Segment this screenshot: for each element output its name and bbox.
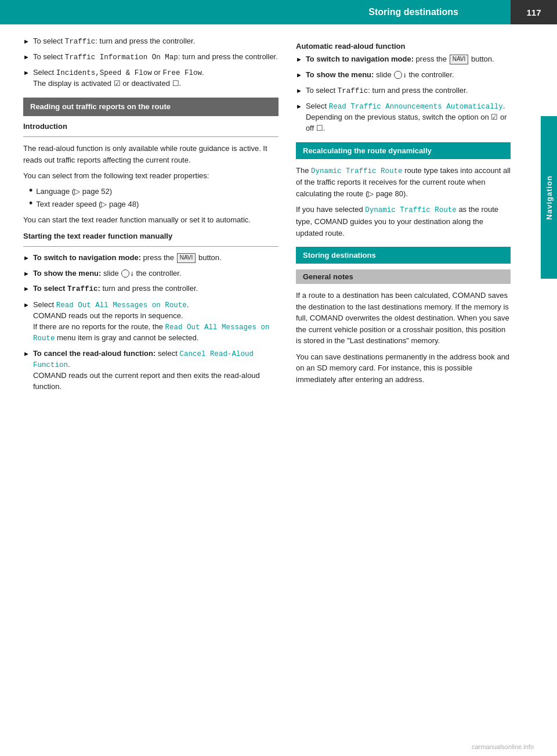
dot-item-language: • Language (▷ page 52) bbox=[29, 186, 278, 197]
arrow-icon: ► bbox=[296, 87, 302, 96]
divider bbox=[23, 136, 278, 137]
watermark: carmanualsonline.info bbox=[472, 743, 534, 750]
general-para2: You can save destinations permanently in… bbox=[296, 351, 511, 386]
arrow-icon: ► bbox=[296, 102, 302, 134]
header-bar: Storing destinations 117 bbox=[0, 0, 557, 24]
manual-bullet-read-out: ► Select Read Out All Messages on Route.… bbox=[23, 300, 278, 344]
arrow-icon: ► bbox=[23, 301, 30, 344]
dot-text-language: Language (▷ page 52) bbox=[36, 186, 112, 197]
auto-bullet-show-menu: ► To show the menu: slide ↓ the controll… bbox=[296, 70, 511, 81]
navi-button-icon: NAVI bbox=[450, 55, 469, 64]
dynamic-traffic-code: Dynamic Traffic Route bbox=[311, 167, 403, 175]
recalc-para2: If you have selected Dynamic Traffic Rou… bbox=[296, 204, 511, 239]
auto-bullet-nav-mode: ► To switch to navigation mode: press th… bbox=[296, 54, 511, 65]
auto-bullet-nav-mode-text: To switch to navigation mode: press the … bbox=[306, 54, 494, 65]
section-box-storing: Storing destinations bbox=[296, 247, 511, 264]
bullet-item-traffic: ► To select Traffic: turn and press the … bbox=[23, 36, 278, 47]
auto-bullet-show-menu-text: To show the menu: slide ↓ the controller… bbox=[306, 70, 454, 81]
auto-bullet-select-read: ► Select Read Traffic Announcements Auto… bbox=[296, 101, 511, 134]
content-wrapper: ► To select Traffic: turn and press the … bbox=[0, 24, 557, 409]
manual-bullet-nav-mode: ► To switch to navigation mode: press th… bbox=[23, 253, 278, 264]
manual-bullet-show-menu: ► To show the menu: slide ↓ the controll… bbox=[23, 268, 278, 279]
navi-button-icon: NAVI bbox=[177, 253, 196, 263]
manual-bullet-select-traffic: ► To select Traffic: turn and press the … bbox=[23, 283, 278, 294]
header-page-number: 117 bbox=[511, 0, 557, 24]
arrow-icon: ► bbox=[23, 285, 30, 294]
bullet-item-incidents: ► Select Incidents,Speed & Flow or Free … bbox=[23, 67, 278, 89]
arrow-icon: ► bbox=[296, 71, 302, 81]
dynamic-traffic-code2: Dynamic Traffic Route bbox=[365, 206, 457, 214]
auto-bullet-select-read-text: Select Read Traffic Announcements Automa… bbox=[306, 101, 511, 134]
manual-bullet-show-menu-text: To show the menu: slide ↓ the controller… bbox=[33, 268, 182, 279]
arrow-icon: ► bbox=[23, 69, 30, 89]
auto-heading: Automatic read-aloud function bbox=[296, 42, 511, 51]
bullet-item-traffic-info: ► To select Traffic Information On Map: … bbox=[23, 52, 278, 63]
side-tab-label: Navigation bbox=[545, 175, 554, 219]
dot-icon: • bbox=[29, 185, 32, 197]
intro-para3: You can start the text reader function m… bbox=[23, 214, 278, 226]
bullet-text-incidents: Select Incidents,Speed & Flow or Free Fl… bbox=[33, 67, 204, 89]
intro-para2: You can select from the following text r… bbox=[23, 170, 278, 182]
dot-text-speed: Text reader speed (▷ page 48) bbox=[36, 199, 139, 210]
right-column: Automatic read-aloud function ► To switc… bbox=[296, 36, 534, 397]
intro-para1: The read-aloud function is only availabl… bbox=[23, 143, 278, 165]
manual-bullet-select-traffic-text: To select Traffic: turn and press the co… bbox=[33, 283, 198, 294]
section-box-general-notes: General notes bbox=[296, 269, 511, 284]
general-para1: If a route to a destination has been cal… bbox=[296, 290, 511, 347]
arrow-icon: ► bbox=[296, 55, 302, 65]
dot-item-speed: • Text reader speed (▷ page 48) bbox=[29, 199, 278, 210]
arrow-icon: ► bbox=[23, 53, 30, 63]
slide-circle-icon bbox=[394, 71, 402, 79]
manual-bullet-nav-mode-text: To switch to navigation mode: press the … bbox=[33, 253, 222, 264]
dot-list: • Language (▷ page 52) • Text reader spe… bbox=[29, 186, 278, 210]
arrow-icon: ► bbox=[23, 269, 30, 279]
slide-circle-icon bbox=[121, 269, 129, 278]
divider-manual bbox=[23, 246, 278, 247]
header-title: Storing destinations bbox=[368, 7, 511, 17]
intro-heading: Introduction bbox=[23, 122, 278, 131]
section-box-reading-traffic: Reading out traffic reports on the route bbox=[23, 98, 278, 116]
bullet-text-traffic: To select Traffic: turn and press the co… bbox=[33, 36, 195, 47]
side-navigation-tab: Navigation bbox=[541, 116, 557, 279]
arrow-icon: ► bbox=[23, 350, 30, 393]
manual-bullet-cancel: ► To cancel the read-aloud function: sel… bbox=[23, 348, 278, 393]
auto-bullet-select-traffic: ► To select Traffic: turn and press the … bbox=[296, 85, 511, 96]
dot-icon: • bbox=[29, 198, 32, 210]
bullet-text-traffic-info: To select Traffic Information On Map: tu… bbox=[33, 52, 278, 63]
manual-bullet-read-out-text: Select Read Out All Messages on Route.CO… bbox=[33, 300, 278, 344]
arrow-icon: ► bbox=[23, 37, 30, 47]
section-box-recalculating: Recalculating the route dynamically bbox=[296, 142, 511, 159]
recalc-para1: The Dynamic Traffic Route route type tak… bbox=[296, 165, 511, 200]
auto-bullet-select-traffic-text: To select Traffic: turn and press the co… bbox=[306, 85, 468, 96]
manual-bullet-cancel-text: To cancel the read-aloud function: selec… bbox=[33, 348, 278, 393]
left-column: ► To select Traffic: turn and press the … bbox=[23, 36, 278, 397]
arrow-icon: ► bbox=[23, 254, 30, 264]
manual-heading: Starting the text reader function manual… bbox=[23, 232, 278, 240]
